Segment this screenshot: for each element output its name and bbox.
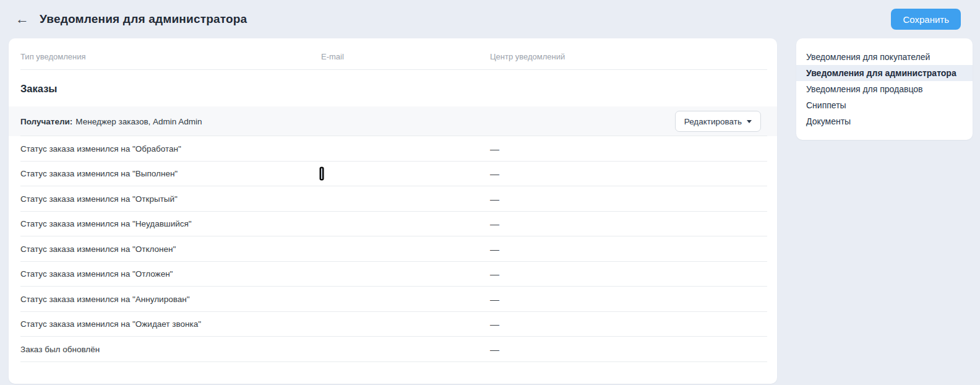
notification-type-label: Статус заказа изменился на "Неудавшийся" <box>20 219 321 228</box>
table-row: Статус заказа изменился на "Открытый" — <box>9 186 777 212</box>
notification-center-empty-dash: — <box>490 218 767 229</box>
notification-type-label: Статус заказа изменился на "Выполнен" <box>20 169 321 178</box>
table-row: Заказ был обновлён — <box>9 337 777 362</box>
notification-center-empty-dash: — <box>490 168 767 179</box>
sidebar-item[interactable]: Уведомления для покупателей <box>796 49 973 65</box>
edit-button-label: Редактировать <box>684 117 742 126</box>
table-row: Статус заказа изменился на "Неудавшийся"… <box>9 212 777 237</box>
section-title-orders: Заказы <box>9 70 777 106</box>
table-row: Статус заказа изменился на "Обработан" — <box>9 136 777 162</box>
notification-type-label: Статус заказа изменился на "Ожидает звон… <box>20 319 321 329</box>
notification-type-label: Статус заказа изменился на "Отклонен" <box>20 244 321 254</box>
notification-type-label: Статус заказа изменился на "Отложен" <box>20 269 321 279</box>
sidebar-item[interactable]: Сниппеты <box>796 97 973 113</box>
notification-center-empty-dash: — <box>490 344 767 355</box>
sidebar-item[interactable]: Документы <box>796 113 973 129</box>
notification-center-empty-dash: — <box>490 294 767 305</box>
email-checkbox[interactable] <box>321 168 322 179</box>
table-row: Статус заказа изменился на "Отклонен" — <box>9 236 777 262</box>
notification-center-empty-dash: — <box>490 319 767 329</box>
sidebar-item[interactable]: Уведомления для продавцов <box>796 81 973 97</box>
column-header-email: E-mail <box>321 52 490 61</box>
sidebar-item[interactable]: Уведомления для администратора <box>796 65 973 81</box>
edit-recipients-button[interactable]: Редактировать <box>675 111 761 132</box>
sidebar-item-label: Уведомления для покупателей <box>806 52 930 62</box>
chevron-down-icon <box>747 120 752 123</box>
notifications-card: Тип уведомления E-mail Центр уведомлений… <box>9 38 777 384</box>
column-header-notification-center: Центр уведомлений <box>490 52 767 61</box>
sidebar-item-label: Документы <box>806 116 851 126</box>
recipients-label: Получатели: <box>20 117 72 126</box>
table-row: Статус заказа изменился на "Отложен" — <box>9 262 777 287</box>
table-row: Статус заказа изменился на "Ожидает звон… <box>9 312 777 337</box>
settings-sidebar: Уведомления для покупателей Уведомления … <box>796 38 973 140</box>
sidebar-item-label: Сниппеты <box>806 100 846 110</box>
recipients-value: Менеджер заказов, Admin Admin <box>75 117 202 126</box>
table-header-row: Тип уведомления E-mail Центр уведомлений <box>9 38 777 70</box>
table-row: Статус заказа изменился на "Выполнен" — <box>9 162 777 187</box>
content-area: Тип уведомления E-mail Центр уведомлений… <box>0 38 980 384</box>
sidebar-item-label: Уведомления для продавцов <box>806 84 923 94</box>
notification-center-empty-dash: — <box>490 244 767 254</box>
notification-type-label: Статус заказа изменился на "Открытый" <box>20 194 321 204</box>
notification-type-label: Статус заказа изменился на "Обработан" <box>20 144 321 154</box>
notification-type-label: Заказ был обновлён <box>20 345 321 354</box>
page-title: Уведомления для администратора <box>40 12 247 26</box>
notification-center-empty-dash: — <box>490 194 767 204</box>
column-header-type: Тип уведомления <box>20 52 321 61</box>
save-button[interactable]: Сохранить <box>891 9 961 30</box>
notification-center-empty-dash: — <box>490 269 767 279</box>
notification-center-empty-dash: — <box>490 144 767 154</box>
sidebar-item-label: Уведомления для администратора <box>806 68 956 78</box>
back-arrow-icon[interactable]: ← <box>15 12 29 26</box>
recipients-row: Получатели: Менеджер заказов, Admin Admi… <box>9 106 777 136</box>
top-bar: ← Уведомления для администратора Сохрани… <box>0 0 980 38</box>
email-cell <box>321 169 490 178</box>
table-row: Статус заказа изменился на "Аннулирован"… <box>9 287 777 312</box>
notification-type-label: Статус заказа изменился на "Аннулирован" <box>20 295 321 304</box>
